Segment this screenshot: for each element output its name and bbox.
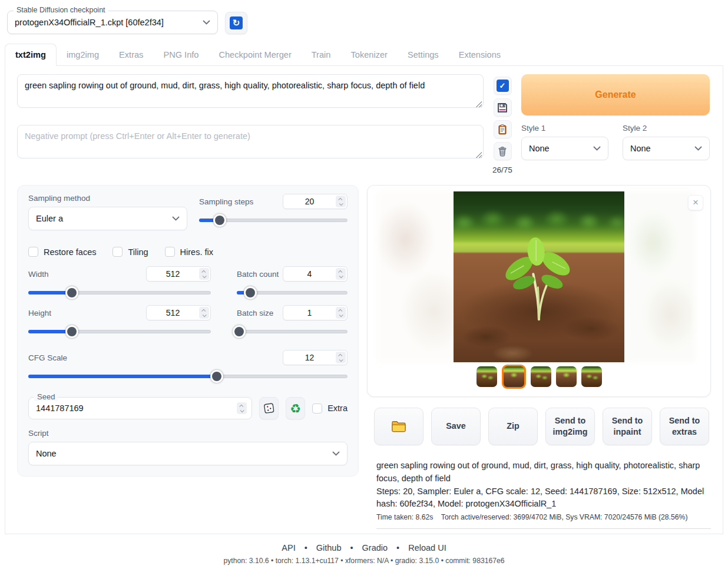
generate-button[interactable]: Generate bbox=[521, 74, 710, 115]
sampling-method-label: Sampling method bbox=[28, 194, 187, 203]
script-dropdown[interactable]: None bbox=[28, 442, 348, 465]
stepper-icon[interactable] bbox=[336, 307, 346, 319]
thumbnail-3[interactable] bbox=[531, 366, 551, 387]
version-info: python: 3.10.6 • torch: 1.13.1+cu117 • x… bbox=[0, 557, 728, 565]
thumbnail-2-selected[interactable] bbox=[502, 365, 526, 389]
chevron-down-icon bbox=[332, 451, 340, 456]
thumbnail-1[interactable] bbox=[476, 366, 497, 387]
sampling-method-dropdown[interactable]: Euler a bbox=[28, 207, 187, 230]
tiling-label: Tiling bbox=[128, 247, 148, 257]
separator-dot: • bbox=[305, 543, 307, 553]
script-value: None bbox=[36, 449, 57, 458]
seed-input[interactable]: Seed 1441787169 bbox=[28, 397, 252, 419]
refresh-checkpoints-button[interactable]: ↻ bbox=[225, 12, 247, 34]
tab-img2img[interactable]: img2img bbox=[57, 44, 109, 65]
checkpoint-value: protogenX34OfficialR_1.ckpt [60fe2f34] bbox=[15, 18, 203, 27]
stepper-icon[interactable] bbox=[336, 196, 346, 207]
apply-check-button[interactable]: ✓ bbox=[494, 77, 512, 95]
height-slider[interactable] bbox=[28, 325, 211, 338]
checkbox-icon bbox=[312, 403, 322, 413]
negative-prompt-input[interactable] bbox=[17, 125, 484, 158]
slider-handle[interactable] bbox=[210, 370, 223, 383]
tab-extras[interactable]: Extras bbox=[109, 44, 153, 65]
tab-train[interactable]: Train bbox=[302, 44, 341, 65]
send-to-extras-button[interactable]: Send to extras bbox=[660, 408, 709, 445]
sampling-steps-slider[interactable] bbox=[199, 214, 348, 227]
close-icon[interactable]: × bbox=[688, 195, 703, 210]
tab-tokenizer[interactable]: Tokenizer bbox=[340, 44, 397, 65]
slider-handle[interactable] bbox=[65, 325, 78, 338]
github-link[interactable]: Github bbox=[316, 543, 342, 553]
batch-count-slider[interactable] bbox=[237, 286, 348, 299]
chevron-down-icon bbox=[593, 146, 601, 151]
height-input[interactable]: 512 bbox=[146, 305, 211, 320]
tab-settings[interactable]: Settings bbox=[398, 44, 449, 65]
send-to-inpaint-button[interactable]: Send to inpaint bbox=[603, 408, 652, 445]
random-seed-button[interactable] bbox=[259, 397, 279, 419]
restore-faces-checkbox[interactable]: Restore faces bbox=[28, 247, 96, 257]
hires-fix-checkbox[interactable]: Hires. fix bbox=[165, 247, 213, 257]
reuse-seed-button[interactable]: ♻ bbox=[286, 397, 305, 419]
thumbnail-5[interactable] bbox=[581, 366, 602, 387]
batch-count-value: 4 bbox=[283, 269, 336, 279]
gradio-link[interactable]: Gradio bbox=[362, 543, 388, 553]
stepper-icon[interactable] bbox=[199, 307, 209, 319]
generated-image[interactable] bbox=[454, 191, 624, 362]
extra-label: Extra bbox=[327, 403, 348, 413]
check-icon: ✓ bbox=[497, 80, 509, 92]
slider-handle[interactable] bbox=[244, 286, 257, 299]
folder-icon bbox=[391, 420, 406, 433]
tiling-checkbox[interactable]: Tiling bbox=[112, 247, 148, 257]
token-counter: 26/75 bbox=[492, 166, 512, 174]
zip-button[interactable]: Zip bbox=[488, 408, 538, 445]
save-style-button[interactable] bbox=[494, 98, 512, 117]
prompt-input[interactable]: green sapling rowing out of ground, mud,… bbox=[17, 74, 484, 108]
checkpoint-label: Stable Diffusion checkpoint bbox=[14, 6, 108, 14]
width-slider[interactable] bbox=[28, 286, 211, 299]
generate-column: Generate Style 1 None Style 2 None bbox=[521, 74, 710, 160]
stepper-icon[interactable] bbox=[199, 268, 209, 280]
extra-seed-checkbox[interactable]: Extra bbox=[312, 403, 348, 413]
reload-ui-link[interactable]: Reload UI bbox=[408, 543, 446, 553]
send-to-img2img-button[interactable]: Send to img2img bbox=[545, 408, 595, 445]
refresh-icon: ↻ bbox=[230, 16, 243, 29]
thumbnail-4[interactable] bbox=[556, 366, 577, 387]
style2-dropdown[interactable]: None bbox=[623, 137, 710, 160]
cfg-scale-slider[interactable] bbox=[28, 370, 348, 383]
batch-size-input[interactable]: 1 bbox=[283, 305, 348, 320]
tab-png-info[interactable]: PNG Info bbox=[153, 44, 209, 65]
slider-handle[interactable] bbox=[65, 286, 78, 299]
tab-extensions[interactable]: Extensions bbox=[449, 44, 511, 65]
cfg-scale-input[interactable]: 12 bbox=[283, 350, 348, 365]
width-input[interactable]: 512 bbox=[146, 266, 211, 282]
checkbox-icon bbox=[165, 247, 175, 257]
info-prompt: green sapling rowing out of ground, mud,… bbox=[376, 459, 711, 485]
slider-handle[interactable] bbox=[233, 325, 246, 338]
sampling-steps-input[interactable]: 20 bbox=[283, 194, 348, 209]
main-tabs: txt2img img2img Extras PNG Info Checkpoi… bbox=[5, 44, 723, 66]
slider-handle[interactable] bbox=[213, 214, 226, 227]
tab-txt2img[interactable]: txt2img bbox=[5, 44, 57, 66]
save-button[interactable]: Save bbox=[431, 408, 481, 445]
clear-prompt-button[interactable] bbox=[494, 142, 512, 160]
separator-dot: • bbox=[350, 543, 353, 553]
open-folder-button[interactable] bbox=[374, 408, 423, 445]
apply-styles-button[interactable] bbox=[494, 120, 512, 138]
sampling-method-value: Euler a bbox=[36, 214, 63, 223]
checkpoint-dropdown[interactable]: Stable Diffusion checkpoint protogenX34O… bbox=[7, 11, 218, 34]
stepper-icon[interactable] bbox=[237, 402, 247, 414]
api-link[interactable]: API bbox=[282, 543, 295, 553]
style1-dropdown[interactable]: None bbox=[521, 137, 608, 160]
vram-usage: Torch active/reserved: 3699/4702 MiB, Sy… bbox=[441, 513, 688, 521]
txt2img-panel: green sapling rowing out of ground, mud,… bbox=[5, 66, 723, 534]
output-column: × Sav bbox=[367, 185, 711, 529]
batch-size-slider[interactable] bbox=[237, 325, 348, 338]
gallery-thumbnails bbox=[368, 365, 710, 389]
batch-count-input[interactable]: 4 bbox=[283, 266, 348, 282]
width-value: 512 bbox=[147, 269, 199, 279]
tab-checkpoint-merger[interactable]: Checkpoint Merger bbox=[209, 44, 301, 65]
generation-settings-panel: Sampling method Euler a Sampling steps 2… bbox=[17, 185, 359, 477]
stepper-icon[interactable] bbox=[336, 352, 346, 363]
chevron-down-icon bbox=[694, 146, 702, 151]
stepper-icon[interactable] bbox=[336, 268, 346, 280]
